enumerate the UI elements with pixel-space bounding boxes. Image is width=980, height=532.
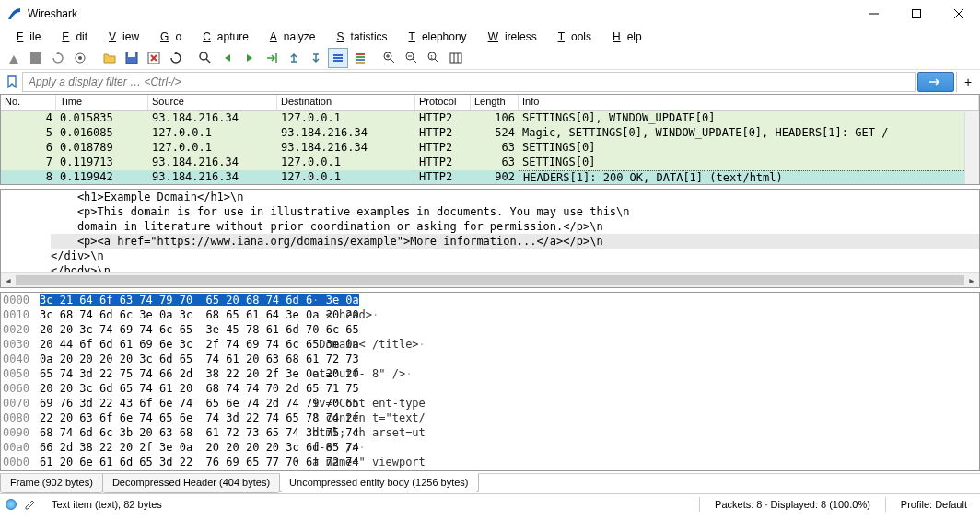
go-first-icon[interactable]	[284, 48, 304, 68]
detail-line[interactable]: <h1>Example Domain</h1>\n	[51, 190, 979, 204]
autoscroll-icon[interactable]	[328, 48, 348, 68]
display-filter-input[interactable]	[22, 72, 916, 92]
svg-rect-4	[30, 52, 41, 64]
menu-view[interactable]: View	[96, 29, 146, 45]
filter-bookmark-icon[interactable]	[4, 74, 20, 90]
title-bar: Wireshark	[0, 0, 980, 28]
bytes-tab[interactable]: Uncompressed entity body (1256 bytes)	[279, 473, 478, 492]
details-horizontal-scrollbar[interactable]: ◀ ▶	[1, 272, 979, 287]
start-capture-icon[interactable]	[4, 48, 24, 68]
hex-row[interactable]: 00a066 2d 38 22 20 2f 3e 0a 20 20 20 20 …	[1, 440, 979, 455]
packet-row[interactable]: 50.016085127.0.0.193.184.216.34HTTP2524M…	[1, 126, 979, 141]
svg-rect-8	[128, 52, 135, 57]
svg-text:1: 1	[430, 54, 434, 60]
menu-go[interactable]: Go	[147, 29, 188, 45]
hex-row[interactable]: 007069 76 3d 22 43 6f 6e 74 65 6e 74 2d …	[1, 396, 979, 411]
menu-analyze[interactable]: Analyze	[257, 29, 322, 45]
hex-row[interactable]: 00b061 20 6e 61 6d 65 3d 22 76 69 65 77 …	[1, 455, 979, 469]
close-file-icon[interactable]	[144, 48, 164, 68]
status-center: Packets: 8 · Displayed: 8 (100.0%)	[707, 499, 878, 510]
menu-telephony[interactable]: Telephony	[396, 29, 473, 45]
toolbar: 1	[0, 46, 980, 70]
col-destination[interactable]: Destination	[277, 95, 415, 110]
go-to-packet-icon[interactable]	[262, 48, 282, 68]
hex-row[interactable]: 006020 20 3c 6d 65 74 61 20 68 74 74 70 …	[1, 381, 979, 396]
col-time[interactable]: Time	[56, 95, 148, 110]
col-info[interactable]: Info	[519, 95, 979, 110]
detail-line[interactable]: </body>\n	[51, 263, 979, 272]
detail-line[interactable]: domain in literature without prior coord…	[51, 219, 979, 234]
colorize-icon[interactable]	[350, 48, 370, 68]
bytes-tab[interactable]: Frame (902 bytes)	[0, 474, 103, 493]
restart-capture-icon[interactable]	[48, 48, 68, 68]
filter-apply-button[interactable]	[917, 72, 954, 92]
close-button[interactable]	[938, 0, 980, 28]
status-left: Text item (text), 82 bytes	[44, 499, 169, 510]
hex-row[interactable]: 00400a 20 20 20 20 3c 6d 65 74 61 20 63 …	[1, 352, 979, 366]
wireshark-icon	[7, 6, 22, 21]
detail-line[interactable]: </div>\n	[51, 249, 979, 263]
svg-line-30	[435, 59, 438, 63]
hex-row[interactable]: 00103c 68 74 6d 6c 3e 0a 3c 68 65 61 64 …	[1, 307, 979, 322]
window-title: Wireshark	[28, 7, 853, 20]
find-icon[interactable]	[195, 48, 216, 68]
hex-row[interactable]: 00003c 21 64 6f 63 74 79 70 65 20 68 74 …	[1, 293, 979, 307]
open-file-icon[interactable]	[99, 48, 120, 68]
zoom-in-icon[interactable]	[379, 48, 400, 68]
reload-icon[interactable]	[166, 48, 186, 68]
menu-bar: FileEditViewGoCaptureAnalyzeStatisticsTe…	[0, 28, 980, 46]
save-file-icon[interactable]	[122, 48, 142, 68]
detail-line[interactable]: <p>This domain is for use in illustrativ…	[51, 204, 979, 219]
col-source[interactable]: Source	[148, 95, 277, 110]
col-protocol[interactable]: Protocol	[415, 95, 471, 110]
menu-file[interactable]: File	[4, 29, 47, 45]
detail-line[interactable]: <p><a href="https://www.iana.org/domains…	[51, 234, 979, 249]
packet-row[interactable]: 60.018789127.0.0.193.184.216.34HTTP263SE…	[1, 141, 979, 156]
hex-row[interactable]: 008022 20 63 6f 6e 74 65 6e 74 3d 22 74 …	[1, 411, 979, 425]
packet-list-scrollbar[interactable]	[964, 111, 979, 184]
menu-edit[interactable]: Edit	[49, 29, 94, 45]
bytes-tabs: Frame (902 bytes)Decompressed Header (40…	[0, 473, 980, 493]
hex-row[interactable]: 009068 74 6d 6c 3b 20 63 68 61 72 73 65 …	[1, 425, 979, 440]
expert-info-icon[interactable]	[6, 499, 17, 510]
svg-point-12	[200, 52, 207, 60]
minimize-button[interactable]	[853, 0, 895, 28]
menu-help[interactable]: Help	[600, 29, 648, 45]
col-length[interactable]: Length	[471, 95, 519, 110]
menu-capture[interactable]: Capture	[190, 29, 255, 45]
svg-line-13	[206, 59, 210, 63]
scroll-thumb[interactable]	[16, 275, 964, 285]
svg-rect-1	[913, 10, 921, 18]
svg-rect-32	[450, 53, 461, 63]
edit-icon[interactable]	[24, 498, 37, 511]
bytes-tab[interactable]: Decompressed Header (404 bytes)	[102, 474, 280, 493]
packet-row[interactable]: 40.01583593.184.216.34127.0.0.1HTTP2106S…	[1, 111, 979, 126]
packet-details-pane: <h1>Example Domain</h1>\n <p>This domain…	[0, 189, 980, 288]
scroll-left-icon[interactable]: ◀	[1, 273, 16, 288]
svg-point-6	[78, 56, 82, 60]
col-no[interactable]: No.	[1, 95, 56, 110]
maximize-button[interactable]	[895, 0, 938, 28]
zoom-reset-icon[interactable]: 1	[424, 48, 444, 68]
stop-capture-icon[interactable]	[26, 48, 46, 68]
filter-add-button[interactable]: +	[960, 72, 976, 92]
scroll-right-icon[interactable]: ▶	[964, 273, 979, 288]
zoom-out-icon[interactable]	[402, 48, 422, 68]
filter-bar: +	[0, 70, 980, 94]
menu-statistics[interactable]: Statistics	[324, 29, 394, 45]
packet-row[interactable]: 70.11971393.184.216.34127.0.0.1HTTP263SE…	[1, 156, 979, 170]
packet-list-pane: No. Time Source Destination Protocol Len…	[0, 94, 980, 185]
status-right[interactable]: Profile: Default	[893, 499, 974, 510]
packet-row[interactable]: 80.11994293.184.216.34127.0.0.1HTTP2902H…	[1, 170, 979, 184]
go-forward-icon[interactable]	[239, 48, 260, 68]
go-last-icon[interactable]	[306, 48, 326, 68]
go-back-icon[interactable]	[217, 48, 238, 68]
hex-row[interactable]: 003020 44 6f 6d 61 69 6e 3c 2f 74 69 74 …	[1, 337, 979, 352]
hex-row[interactable]: 002020 20 3c 74 69 74 6c 65 3e 45 78 61 …	[1, 322, 979, 337]
resize-columns-icon[interactable]	[446, 48, 466, 68]
svg-line-23	[391, 59, 394, 63]
menu-tools[interactable]: Tools	[545, 29, 598, 45]
menu-wireless[interactable]: Wireless	[475, 29, 543, 45]
capture-options-icon[interactable]	[70, 48, 90, 68]
hex-row[interactable]: 005065 74 3d 22 75 74 66 2d 38 22 20 2f …	[1, 366, 979, 381]
